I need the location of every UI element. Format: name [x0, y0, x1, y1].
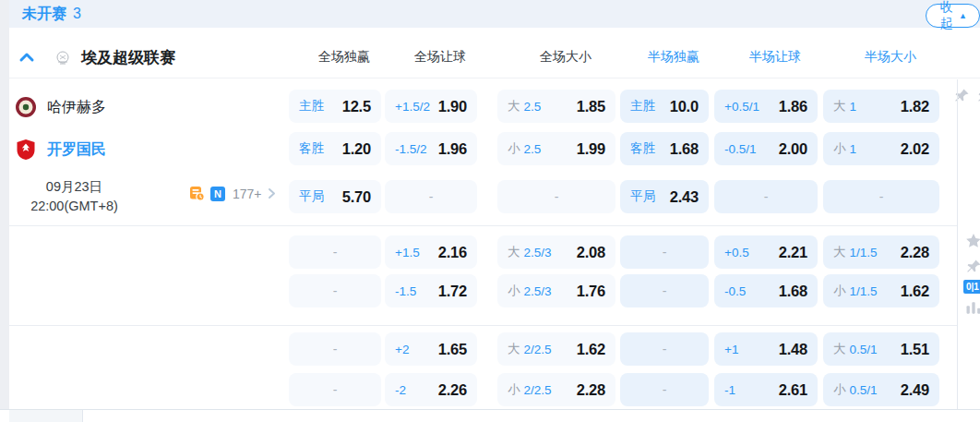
odds-cell[interactable]: +0.5/11.86: [714, 90, 818, 123]
odds-cell-empty: -: [620, 235, 709, 269]
league-header-row[interactable]: 埃及超级联赛 全场独赢全场让球全场大小半场独赢半场让球半场大小: [9, 37, 980, 78]
odds-cell[interactable]: 大2.51.85: [497, 90, 615, 123]
odds-cell-empty: -: [620, 332, 709, 366]
odds-cell[interactable]: -0.5/12.00: [714, 132, 818, 165]
chevron-up-icon[interactable]: [18, 49, 35, 66]
odds-label-group: -1.5: [395, 284, 416, 298]
odds-label: -1.5: [395, 284, 416, 298]
markets-count: 177+: [233, 187, 262, 201]
match-datetime: 09月23日 22:00(GMT+8): [7, 177, 141, 216]
topbar: 未开赛 3 收起 ▲: [9, 0, 980, 28]
odds-label-group: +2: [395, 343, 409, 356]
odds-cell[interactable]: 大11.82: [823, 90, 939, 123]
away-team-row[interactable]: 开罗国民: [15, 132, 282, 167]
home-team-row[interactable]: 哈伊赫多: [15, 90, 282, 125]
odds-label: 2.5/3: [524, 246, 552, 259]
odds-cell[interactable]: 小2.5/31.76: [497, 274, 615, 307]
odds-cell[interactable]: 小2.51.99: [497, 132, 615, 165]
empty-odds-dash: -: [663, 283, 667, 298]
ou-direction-label: 大: [833, 98, 846, 115]
ou-direction-label: 小: [833, 381, 846, 398]
odds-cell[interactable]: -0.51.68: [714, 274, 818, 307]
odds-cell[interactable]: +1.5/21.90: [385, 90, 477, 123]
odds-label-group: 客胜: [630, 140, 655, 157]
odds-cell[interactable]: 主胜12.5: [289, 90, 381, 123]
ou-direction-label: 小: [508, 140, 520, 157]
odds-cell[interactable]: 小0.5/12.49: [823, 373, 939, 406]
odds-label: 客胜: [299, 140, 324, 157]
match-time: 22:00(GMT+8): [7, 197, 141, 216]
odds-cell-empty: -: [289, 373, 381, 406]
odds-cell[interactable]: +21.65: [385, 332, 477, 366]
odds-value: 2.02: [901, 140, 929, 158]
odds-cell[interactable]: -1.5/21.96: [385, 132, 477, 165]
odds-label: 2/2.5: [524, 343, 552, 356]
odds-value: 5.70: [342, 188, 371, 206]
stats-bars-icon[interactable]: [963, 298, 980, 317]
odds-cell[interactable]: -22.26: [385, 373, 477, 406]
odds-cell-empty: -: [620, 373, 709, 406]
odds-value: 1.72: [438, 283, 467, 300]
odds-cell[interactable]: +1.52.16: [385, 235, 477, 269]
odds-label: -0.5: [724, 284, 746, 298]
odds-value: 10.0: [670, 98, 699, 115]
odds-cell[interactable]: +11.48: [714, 332, 818, 366]
match-status-label: 未开赛: [22, 5, 66, 24]
empty-odds-dash: -: [764, 189, 769, 204]
empty-odds-dash: -: [663, 382, 667, 397]
odds-cell[interactable]: 小12.02: [823, 132, 939, 165]
odds-cell[interactable]: +0.52.21: [714, 235, 818, 269]
odds-cell[interactable]: -1.51.72: [385, 274, 477, 307]
ou-direction-label: 大: [833, 244, 846, 260]
odds-cell[interactable]: 大0.5/11.51: [823, 332, 939, 366]
pin-icon[interactable]: [963, 258, 980, 276]
column-header-1: 全场独赢: [298, 49, 390, 66]
home-team-logo: [15, 96, 37, 118]
odds-label: +1.5/2: [395, 100, 430, 114]
odds-value: 1.68: [779, 283, 807, 300]
odds-value: 1.99: [577, 140, 605, 158]
odds-value: 12.5: [342, 98, 371, 115]
group-separator: [9, 325, 957, 326]
next-section-strip: [0, 410, 980, 422]
odds-label-group: 小0.5/1: [833, 381, 878, 398]
pin-icon[interactable]: [952, 87, 971, 105]
odds-cell[interactable]: 平局5.70: [289, 180, 381, 213]
odds-value: 1.62: [901, 283, 929, 300]
ou-direction-label: 大: [508, 98, 520, 115]
collapse-button[interactable]: 收起 ▲: [926, 4, 980, 28]
odds-cell-empty: -: [289, 235, 381, 269]
odds-label: 主胜: [299, 98, 324, 115]
empty-odds-dash: -: [555, 189, 559, 204]
away-team-logo: [15, 139, 37, 161]
odds-value: 1.20: [342, 140, 371, 158]
odds-label-group: 大0.5/1: [833, 341, 878, 357]
odds-cell[interactable]: 小2/2.52.28: [497, 373, 615, 406]
ou-direction-label: 大: [833, 341, 846, 357]
odds-label: 1: [850, 100, 857, 114]
odds-comparison-badge[interactable]: 0|1: [963, 280, 980, 294]
ou-direction-label: 小: [833, 140, 846, 157]
odds-cell[interactable]: -12.61: [714, 373, 818, 406]
odds-value: 1.90: [438, 98, 467, 115]
more-markets-link[interactable]: N 177+: [189, 186, 276, 201]
odds-cell[interactable]: 大1/1.52.28: [823, 235, 939, 269]
odds-label-group: 大2.5: [508, 98, 541, 115]
odds-cell[interactable]: 客胜1.68: [620, 132, 709, 165]
odds-cell[interactable]: 大2.5/32.08: [497, 235, 615, 269]
group-separator: [9, 225, 957, 226]
odds-cell[interactable]: 平局2.43: [620, 180, 709, 213]
odds-cell-empty: -: [714, 180, 818, 213]
odds-label-group: 小1: [833, 140, 856, 157]
odds-cell[interactable]: 小1/1.51.62: [823, 274, 939, 307]
odds-label: +2: [395, 343, 409, 356]
pin-icon-partial[interactable]: [975, 87, 980, 105]
odds-cell[interactable]: 主胜10.0: [620, 90, 709, 123]
favorite-star-icon[interactable]: [963, 232, 980, 250]
odds-value: 2.49: [901, 381, 929, 399]
odds-label: +1: [724, 343, 738, 356]
odds-label-group: -0.5/1: [724, 142, 757, 156]
odds-cell[interactable]: 客胜1.20: [289, 132, 381, 165]
odds-label-group: -2: [395, 383, 406, 397]
odds-cell[interactable]: 大2/2.51.62: [497, 332, 615, 366]
